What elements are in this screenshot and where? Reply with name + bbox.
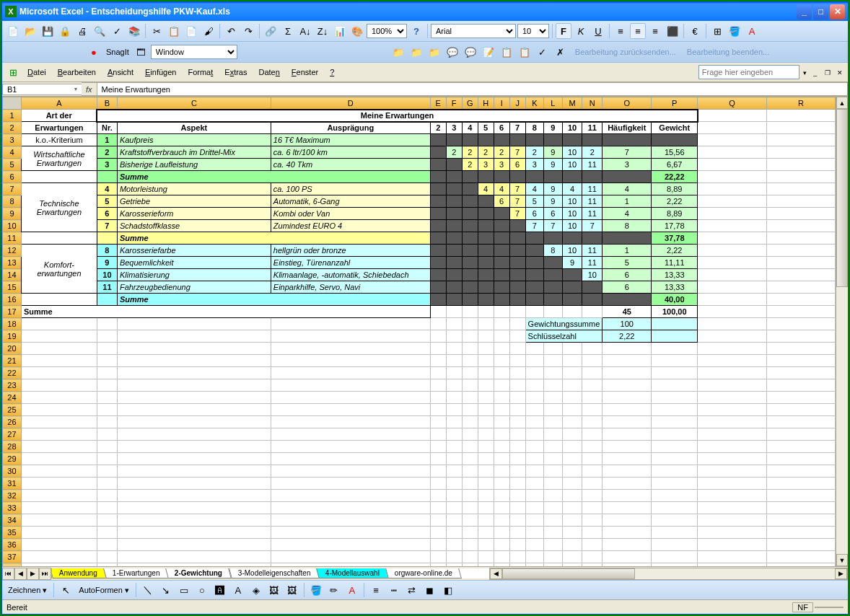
cell[interactable]: [509, 416, 525, 428]
cell[interactable]: [603, 343, 652, 355]
oval-icon[interactable]: ○: [194, 582, 210, 598]
cell[interactable]: [462, 490, 478, 502]
sheet-tab-2[interactable]: 2-Gewichtung: [166, 568, 232, 578]
comment2-icon[interactable]: 💬: [463, 44, 478, 60]
autosum-icon[interactable]: Σ: [280, 23, 296, 39]
cell[interactable]: [478, 367, 494, 379]
cell[interactable]: [698, 195, 767, 208]
cell[interactable]: Getriebe: [117, 195, 271, 208]
cell[interactable]: [446, 257, 462, 269]
cell[interactable]: [698, 146, 767, 159]
cell[interactable]: [767, 502, 836, 514]
merge-icon[interactable]: ⬛: [665, 23, 680, 39]
cell[interactable]: [446, 416, 462, 428]
cell[interactable]: 6,67: [652, 159, 698, 171]
cell[interactable]: [430, 453, 446, 465]
cell[interactable]: [509, 171, 525, 183]
cell[interactable]: [21, 514, 97, 527]
tab-next-icon[interactable]: ▶: [27, 568, 39, 580]
spreadsheet[interactable]: AB CD EF GH IJ KL MN OP QR 1Art derMeine…: [2, 97, 836, 566]
cell[interactable]: 7: [509, 208, 525, 220]
cell[interactable]: [525, 539, 544, 551]
cell[interactable]: 13,33: [652, 281, 698, 294]
cell[interactable]: TechnischeErwartungen: [21, 183, 97, 232]
cell[interactable]: [562, 539, 582, 551]
cell[interactable]: [767, 478, 836, 490]
cell[interactable]: [478, 220, 494, 232]
cell[interactable]: 8: [97, 245, 117, 257]
cell[interactable]: [652, 416, 698, 428]
cell[interactable]: Karosserieform: [117, 208, 271, 220]
draw-menu[interactable]: Zeichnen ▾: [5, 586, 50, 595]
cell[interactable]: [446, 330, 462, 343]
cell[interactable]: [509, 355, 525, 367]
hyperlink-icon[interactable]: 🔗: [263, 23, 279, 39]
cell[interactable]: [582, 551, 603, 563]
menu-fenster[interactable]: Fenster: [286, 66, 323, 78]
cell[interactable]: [494, 465, 509, 478]
cell[interactable]: [430, 318, 446, 330]
cell[interactable]: [767, 220, 836, 232]
cell[interactable]: [446, 294, 462, 306]
cell[interactable]: 10: [582, 269, 603, 281]
cell[interactable]: [509, 465, 525, 478]
cell[interactable]: [603, 441, 652, 453]
cell[interactable]: [767, 379, 836, 392]
cell[interactable]: [562, 269, 582, 281]
cell[interactable]: [462, 428, 478, 441]
cell[interactable]: [767, 514, 836, 527]
row-4[interactable]: 4: [3, 146, 22, 159]
cell[interactable]: [478, 281, 494, 294]
cell[interactable]: [446, 428, 462, 441]
cell[interactable]: [525, 453, 544, 465]
cell[interactable]: [462, 453, 478, 465]
spelling-icon[interactable]: ✓: [109, 23, 125, 39]
scroll-up-icon[interactable]: ▲: [836, 97, 848, 109]
cell[interactable]: 4: [603, 208, 652, 220]
font-combo[interactable]: Arial: [431, 24, 516, 38]
cell[interactable]: [446, 195, 462, 208]
cell[interactable]: [544, 441, 563, 453]
cell[interactable]: [562, 355, 582, 367]
cell[interactable]: [652, 527, 698, 539]
cell[interactable]: [582, 416, 603, 428]
cell[interactable]: [603, 478, 652, 490]
cell[interactable]: 13,33: [652, 269, 698, 281]
cell[interactable]: [21, 318, 97, 330]
cell[interactable]: [767, 195, 836, 208]
cell[interactable]: [582, 232, 603, 245]
cell[interactable]: [97, 392, 117, 404]
cell[interactable]: [767, 527, 836, 539]
save-icon[interactable]: 💾: [40, 23, 56, 39]
cell[interactable]: [97, 478, 117, 490]
comment-icon[interactable]: 💬: [444, 44, 460, 60]
cell[interactable]: [544, 232, 563, 245]
accept-icon[interactable]: ✓: [535, 44, 551, 60]
cell[interactable]: [494, 453, 509, 465]
cell[interactable]: [271, 379, 430, 392]
cell[interactable]: 10: [562, 245, 582, 257]
cell[interactable]: [582, 453, 603, 465]
cell[interactable]: [430, 220, 446, 232]
cell[interactable]: 4: [478, 183, 494, 195]
cell[interactable]: 5: [525, 195, 544, 208]
clipart-icon[interactable]: 🖼: [266, 582, 282, 598]
cell[interactable]: 6: [494, 195, 509, 208]
cell[interactable]: [271, 453, 430, 465]
cell[interactable]: 11: [97, 281, 117, 294]
sort-desc-icon[interactable]: Z↓: [315, 23, 330, 39]
cell[interactable]: [430, 294, 446, 306]
cell[interactable]: 4: [462, 122, 478, 134]
cell[interactable]: [767, 428, 836, 441]
cell[interactable]: 9: [544, 159, 563, 171]
cell[interactable]: [478, 539, 494, 551]
cell[interactable]: [509, 306, 525, 318]
col-K[interactable]: K: [525, 97, 544, 110]
cell[interactable]: [478, 551, 494, 563]
cell[interactable]: [652, 134, 698, 146]
cell[interactable]: 3: [478, 159, 494, 171]
cell[interactable]: [462, 257, 478, 269]
cell[interactable]: [582, 281, 603, 294]
cell[interactable]: 16 T€ Maximum: [271, 134, 430, 146]
paste-icon[interactable]: 📄: [183, 23, 199, 39]
